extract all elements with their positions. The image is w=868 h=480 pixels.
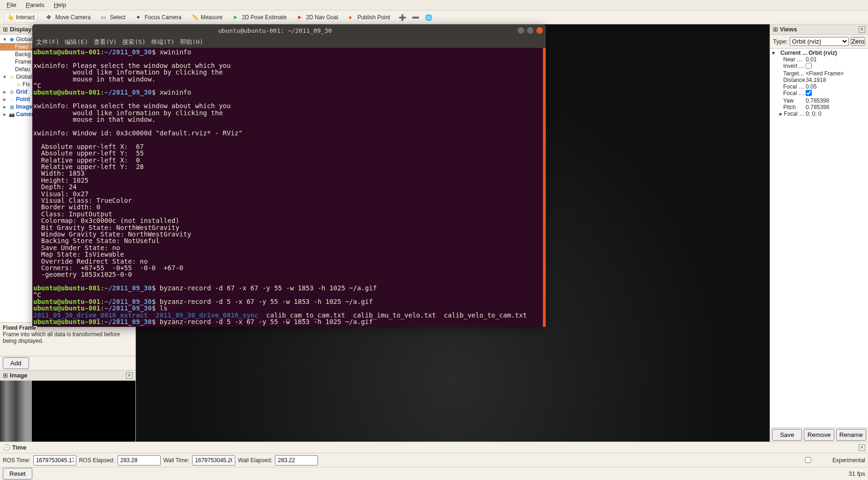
image-panel-title: Image — [10, 372, 124, 379]
experimental-checkbox[interactable] — [786, 457, 830, 463]
prop-focal-point[interactable]: ▸ Focal P…0; 0; 0 — [772, 111, 866, 117]
panel-icon: ⊞ — [3, 372, 8, 379]
toolbar: 👆 Interact ✥ Move Camera ▭ Select ✦ Focu… — [0, 10, 868, 24]
experimental-label: Experimental — [832, 457, 865, 464]
measure-button[interactable]: 📏 Measure — [190, 13, 224, 22]
views-properties[interactable]: ▾ Current V…Orbit (rviz) Near Cl…0.01 In… — [770, 49, 868, 428]
term-menu-term[interactable]: 终端(T) — [151, 38, 174, 46]
display-description: Fixed Frame Frame into which all data is… — [0, 322, 135, 356]
menu-file[interactable]: FFileile — [3, 0, 20, 9]
prop-target[interactable]: Target …<Fixed Frame> — [772, 70, 866, 77]
terminal-content[interactable]: ubuntu@ubuntu-001:~/2011_09_30$ xwininfo… — [32, 48, 546, 327]
bottom-bar: Reset 31 fps — [0, 467, 868, 480]
invert-checkbox[interactable] — [806, 63, 812, 69]
terminal-titlebar[interactable]: ubuntu@ubuntu-001: ~/2011_09_30 — [32, 24, 546, 37]
window-minimize-icon[interactable] — [518, 27, 524, 34]
term-menu-edit[interactable]: 编辑(E) — [65, 38, 88, 46]
publish-point-button[interactable]: ● Publish Point — [347, 13, 392, 22]
status-bar: ROS Time: ROS Elapsed: Wall Time: Wall E… — [0, 453, 868, 467]
prop-focal-size[interactable]: Focal S… — [772, 90, 866, 97]
prop-distance[interactable]: Distance34.1918 — [772, 77, 866, 83]
interact-label: Interact — [16, 14, 35, 21]
globe-icon[interactable]: 🌐 — [425, 14, 431, 21]
select-button[interactable]: ▭ Select — [99, 13, 127, 22]
rename-button[interactable]: Rename — [836, 429, 866, 441]
views-buttons: Save Remove Rename — [770, 428, 868, 442]
fps-readout: 31 fps — [849, 470, 865, 477]
prop-yaw[interactable]: Yaw0.785398 — [772, 97, 866, 104]
pose-label: 2D Pose Estimate — [242, 14, 287, 21]
wall-time-field[interactable] — [192, 455, 235, 465]
remove-button[interactable]: Remove — [804, 429, 834, 441]
move-camera-label: Move Camera — [55, 14, 90, 21]
menu-help[interactable]: Help — [50, 0, 70, 9]
terminal-window[interactable]: ubuntu@ubuntu-001: ~/2011_09_30 文件(F) 编辑… — [32, 24, 546, 327]
term-menu-file[interactable]: 文件(F) — [36, 38, 59, 46]
type-label: Type: — [773, 38, 788, 45]
measure-label: Measure — [200, 14, 223, 21]
minus-icon[interactable]: ➖ — [412, 14, 418, 21]
wall-time-label: Wall Time: — [163, 457, 190, 464]
view-type-bar: Type: Orbit (rviz) Zero — [770, 35, 868, 49]
menu-panels[interactable]: Panels — [22, 0, 48, 9]
views-header: ⊞ Views × — [770, 24, 868, 35]
select-label: Select — [110, 14, 125, 21]
nav-label: 2D Nav Goal — [306, 14, 338, 21]
hand-icon: 👆 — [7, 14, 14, 21]
terminal-title: ubuntu@ubuntu-001: ~/2011_09_30 — [32, 27, 518, 34]
terminal-menubar: 文件(F) 编辑(E) 查看(V) 搜索(S) 终端(T) 帮助(H) — [32, 37, 546, 48]
ros-elapsed-label: ROS Elapsed: — [79, 457, 115, 464]
desc-body: Frame into which all data is transformed… — [3, 331, 133, 344]
move-camera-button[interactable]: ✥ Move Camera — [45, 13, 92, 22]
displays-add-row: Add — [0, 356, 135, 370]
prop-focal-shape[interactable]: Focal S…0.05 — [772, 83, 866, 90]
window-close-icon[interactable] — [536, 27, 543, 34]
ruler-icon: 📏 — [192, 14, 198, 21]
clock-icon: 🕓 — [3, 444, 10, 451]
save-button[interactable]: Save — [772, 429, 802, 441]
views-panel: ⊞ Views × Type: Orbit (rviz) Zero ▾ Curr… — [770, 24, 868, 442]
panel-icon: ⊞ — [3, 26, 8, 33]
time-title: Time — [12, 444, 857, 451]
prop-pitch[interactable]: Pitch0.785398 — [772, 104, 866, 111]
arrow-red-icon: ➤ — [297, 14, 304, 21]
focus-camera-button[interactable]: ✦ Focus Camera — [134, 13, 184, 22]
plus-icon[interactable]: ➕ — [399, 14, 405, 21]
move-icon: ✥ — [46, 14, 53, 21]
image-preview — [0, 381, 135, 442]
terminal-cursor — [33, 326, 37, 327]
ros-time-field[interactable] — [33, 455, 76, 465]
term-menu-search[interactable]: 搜索(S) — [122, 38, 145, 46]
view-type-select[interactable]: Orbit (rviz) — [790, 37, 849, 46]
pose-estimate-button[interactable]: ➤ 2D Pose Estimate — [231, 13, 289, 22]
term-menu-view[interactable]: 查看(V) — [94, 38, 117, 46]
menubar: FFileile Panels Help — [0, 0, 868, 10]
term-menu-help[interactable]: 帮助(H) — [180, 38, 203, 46]
wall-elapsed-label: Wall Elapsed: — [238, 457, 272, 464]
focal-checkbox[interactable] — [806, 90, 812, 96]
close-icon[interactable]: × — [126, 372, 133, 379]
pin-icon: ● — [349, 14, 355, 21]
wall-elapsed-field[interactable] — [275, 455, 318, 465]
nav-goal-button[interactable]: ➤ 2D Nav Goal — [295, 13, 340, 22]
time-panel-header: 🕓 Time × — [0, 442, 868, 453]
image-panel: ⊞ Image × — [0, 370, 135, 442]
interact-button[interactable]: 👆 Interact — [4, 12, 38, 22]
focus-icon: ✦ — [136, 14, 142, 21]
close-icon[interactable]: × — [859, 444, 865, 451]
ros-elapsed-field[interactable] — [118, 455, 161, 465]
arrow-green-icon: ➤ — [233, 14, 239, 21]
close-icon[interactable]: × — [859, 26, 865, 33]
ros-time-label: ROS Time: — [3, 457, 30, 464]
zero-button[interactable]: Zero — [851, 37, 865, 46]
prop-invert[interactable]: Invert … — [772, 63, 866, 70]
reset-button[interactable]: Reset — [3, 468, 32, 480]
prop-near-clip[interactable]: Near Cl…0.01 — [772, 56, 866, 63]
publish-label: Publish Point — [357, 14, 390, 21]
window-maximize-icon[interactable] — [527, 27, 534, 34]
select-icon: ▭ — [101, 14, 107, 21]
views-title: Views — [780, 26, 857, 33]
panel-icon: ⊞ — [773, 26, 778, 33]
add-button[interactable]: Add — [3, 357, 29, 369]
focus-label: Focus Camera — [145, 14, 182, 21]
